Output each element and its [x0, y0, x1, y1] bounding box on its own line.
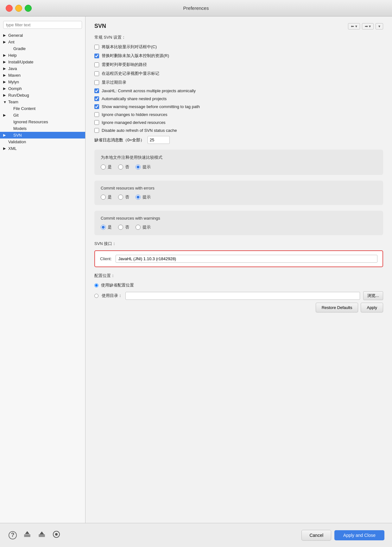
use-default-config-row: 使用缺省配置位置	[94, 282, 383, 288]
radio-hint3[interactable]	[136, 225, 141, 230]
radio-yes2[interactable]	[101, 195, 106, 200]
svg-marker-2	[25, 531, 29, 534]
sidebar-item-validation[interactable]: Validation	[0, 138, 85, 145]
view-menu-button[interactable]: ▾	[376, 23, 383, 29]
sidebar-item-svn[interactable]: ▶ SVN	[0, 132, 85, 138]
radio-yes1[interactable]	[101, 164, 106, 170]
sidebar-item-team[interactable]: ▼ Team	[0, 99, 85, 105]
sidebar-item-gradle[interactable]: Gradle	[0, 45, 85, 52]
checkbox-delete-unversioned: 替换时删除未加入版本控制的资源(R)	[94, 53, 383, 59]
sidebar-item-file-content[interactable]: File Content	[0, 105, 85, 112]
checkbox-input[interactable]	[94, 54, 99, 58]
stop-icon	[52, 530, 60, 540]
checkbox-label: 需要时列举受影响的路径	[102, 62, 147, 68]
sidebar-item-xml[interactable]: ▶ XML	[0, 145, 85, 152]
checkbox-javaHL: JavaHL: Commit across multiple projects …	[94, 88, 383, 93]
sidebar-item-install-update[interactable]: ▶ Install/Update	[0, 59, 85, 65]
checkbox-input[interactable]	[94, 112, 99, 117]
export-icon	[38, 530, 46, 540]
forward-button[interactable]: ➡ ▾	[362, 23, 374, 29]
sidebar-item-run-debug[interactable]: ▶ Run/Debug	[0, 92, 85, 99]
sidebar-item-label: Help	[8, 53, 17, 58]
back-button[interactable]: ⬅ ▾	[348, 23, 360, 29]
titlebar: Preferences	[0, 0, 392, 16]
expand-arrow-icon: ▶	[3, 53, 7, 57]
expand-arrow-icon: ▶	[3, 67, 7, 71]
svn-client-select[interactable]: JavaHL (JNI) 1.10.3 (r1842928)	[116, 255, 377, 263]
checkbox-input[interactable]	[94, 96, 99, 101]
use-dir-label: 使用目录：	[102, 293, 122, 299]
use-default-radio[interactable]	[94, 283, 98, 287]
checkbox-ignore-managed: Ignore managed derived resources	[94, 120, 383, 125]
page-title: SVN	[94, 23, 106, 29]
commit-warnings-yes: 是	[101, 224, 112, 230]
commit-warnings-hint: 提示	[136, 224, 151, 230]
checkbox-input[interactable]	[94, 128, 99, 133]
checkbox-input[interactable]	[94, 71, 99, 76]
help-icon-button[interactable]: ?	[8, 530, 18, 540]
checkbox-compare-in-dialog: 将版本比较显示到对话框中(C)	[94, 44, 383, 50]
import-button[interactable]	[22, 530, 32, 540]
stop-button[interactable]	[51, 530, 61, 540]
fast-compare-no: 否	[118, 164, 129, 170]
checkbox-input[interactable]	[94, 80, 99, 85]
use-dir-radio[interactable]	[94, 294, 98, 298]
radio-no3[interactable]	[118, 225, 123, 230]
sidebar: ▶ General ▶ Ant Gradle ▶ Help ▶ Install/…	[0, 16, 85, 523]
search-input[interactable]	[3, 21, 82, 29]
expand-arrow-icon: ▶	[3, 146, 7, 151]
sidebar-item-java[interactable]: ▶ Java	[0, 65, 85, 72]
radio-label: 否	[125, 224, 129, 230]
dir-path-input[interactable]	[125, 292, 360, 300]
checkbox-label: Show warning message before committing t…	[102, 104, 200, 109]
checkbox-input[interactable]	[94, 45, 99, 49]
radio-hint1[interactable]	[136, 164, 141, 170]
radio-hint2[interactable]	[136, 195, 141, 200]
radio-label: 提示	[142, 164, 151, 170]
sidebar-item-label: Validation	[8, 139, 26, 144]
log-count-row: 缺省日志消息数（0=全部）	[94, 136, 383, 144]
maximize-button[interactable]	[25, 5, 32, 12]
restore-defaults-button[interactable]: Restore Defaults	[316, 303, 358, 312]
browse-button[interactable]: 浏览...	[363, 291, 383, 300]
checkbox-input[interactable]	[94, 88, 99, 93]
use-default-label: 使用缺省配置位置	[101, 282, 134, 288]
apply-and-close-button[interactable]: Apply and Close	[334, 530, 384, 540]
sidebar-item-ant[interactable]: ▶ Ant	[0, 39, 85, 45]
svn-client-row: Client: JavaHL (JNI) 1.10.3 (r1842928)	[100, 255, 377, 263]
sidebar-item-oomph[interactable]: ▶ Oomph	[0, 85, 85, 92]
close-button[interactable]	[6, 5, 13, 12]
sidebar-item-label: Team	[8, 100, 18, 104]
checkbox-list-affected: 需要时列举受影响的路径	[94, 62, 383, 68]
export-button[interactable]	[37, 530, 47, 540]
sidebar-item-git[interactable]: ▶ Git	[0, 112, 85, 119]
sidebar-item-label: Install/Update	[8, 60, 34, 64]
sidebar-item-help[interactable]: ▶ Help	[0, 52, 85, 59]
cancel-button[interactable]: Cancel	[301, 530, 331, 541]
minimize-button[interactable]	[15, 5, 22, 12]
radio-yes3[interactable]	[101, 225, 106, 230]
fast-compare-label: 为本地文件注释使用快速比较模式	[101, 155, 377, 160]
sidebar-item-general[interactable]: ▶ General	[0, 32, 85, 39]
use-dir-row: 使用目录： 浏览...	[94, 291, 383, 300]
sidebar-item-mylyn[interactable]: ▶ Mylyn	[0, 79, 85, 85]
checkbox-input[interactable]	[94, 62, 99, 67]
expand-arrow-icon: ▶	[3, 93, 7, 97]
radio-no2[interactable]	[118, 195, 123, 200]
sidebar-item-models[interactable]: Models	[0, 125, 85, 132]
bottom-bar: ?	[0, 523, 392, 547]
apply-button[interactable]: Apply	[361, 303, 383, 312]
sidebar-item-maven[interactable]: ▶ Maven	[0, 72, 85, 79]
commit-warnings-label: Commit resources with warnings	[101, 216, 377, 221]
checkbox-label: Ignore changes to hidden resources	[102, 112, 167, 117]
radio-no1[interactable]	[118, 164, 123, 170]
checkbox-disable-auto-refresh: Disable auto refresh of SVN status cache	[94, 128, 383, 133]
fast-compare-yes: 是	[101, 164, 112, 170]
sidebar-item-label: Git	[13, 113, 19, 118]
sidebar-item-ignored-resources[interactable]: Ignored Resources	[0, 119, 85, 125]
checkbox-input[interactable]	[94, 120, 99, 125]
log-count-input[interactable]	[148, 136, 170, 144]
commit-warnings-group: Commit resources with warnings 是 否 提示	[94, 211, 383, 235]
svg-rect-0	[24, 535, 30, 536]
checkbox-input[interactable]	[94, 104, 99, 109]
